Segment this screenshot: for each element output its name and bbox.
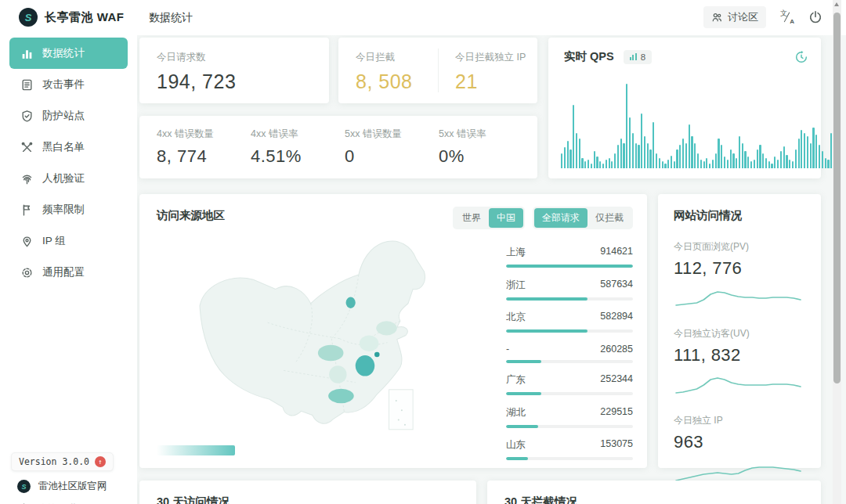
qps-bar — [780, 151, 782, 168]
mini-bar-chart-icon — [630, 53, 637, 60]
qps-bar — [721, 145, 722, 168]
qps-bar — [561, 153, 562, 168]
blocks-30d-title: 30 天拦截情况 — [504, 495, 821, 504]
qps-bar — [674, 161, 675, 168]
region-map-title: 访问来源地区 — [157, 208, 225, 223]
qps-title: 实时 QPS — [564, 49, 614, 64]
toggle-option[interactable]: 世界 — [454, 208, 489, 228]
site-visits-title: 网站访问情况 — [674, 208, 805, 223]
forum-button-label: 讨论区 — [728, 10, 758, 24]
sidebar-item-0[interactable]: 数据统计 — [9, 38, 128, 69]
site-metric: 今日独立 IP963 — [674, 414, 805, 484]
sidebar: 数据统计攻击事件防护站点黑白名单人机验证频率限制IP 组通用配置 Version… — [0, 35, 137, 504]
region-map-card: 访问来源地区 世界中国 全部请求仅拦截 — [139, 194, 647, 468]
qps-bar — [774, 157, 776, 168]
safeline-logo-icon: S — [19, 8, 38, 27]
china-map[interactable] — [155, 230, 492, 437]
block-ips-label: 今日拦截独立 IP — [455, 51, 537, 64]
sparkline-chart — [674, 455, 803, 484]
qps-bar — [594, 151, 595, 168]
qps-bar — [584, 161, 586, 168]
qps-bar — [768, 161, 770, 168]
region-bar — [506, 297, 633, 301]
errors-card: 4xx 错误数量8, 7744xx 错误率4.51%5xx 错误数量05xx 错… — [139, 116, 537, 178]
list-tools-icon — [20, 141, 34, 154]
qps-bar — [588, 160, 589, 168]
site-metrics: 今日页面浏览(PV)112, 776今日独立访客(UV)111, 832今日独立… — [674, 240, 805, 484]
region-name: 湖北 — [506, 406, 526, 419]
sidebar-item-5[interactable]: 频率限制 — [0, 194, 137, 225]
sidebar-menu: 数据统计攻击事件防护站点黑白名单人机验证频率限制IP 组通用配置 — [0, 38, 137, 288]
sidebar-item-7[interactable]: 通用配置 — [0, 257, 137, 288]
error-stat-value: 8, 774 — [157, 146, 251, 167]
refresh-icon[interactable] — [794, 50, 808, 64]
region-row: -260285 — [506, 344, 633, 363]
sidebar-item-2[interactable]: 防护站点 — [0, 100, 137, 131]
sidebar-footer-link-0[interactable]: S雷池社区版官网 — [0, 475, 137, 498]
region-name: 山东 — [506, 438, 526, 452]
sidebar-item-1[interactable]: 攻击事件 — [0, 69, 137, 100]
qps-bar — [662, 161, 663, 168]
requests-value: 194, 723 — [157, 70, 329, 93]
sidebar-item-label: 防护站点 — [42, 109, 85, 123]
qps-bar — [667, 160, 669, 168]
qps-bar — [783, 146, 785, 168]
sidebar-item-4[interactable]: 人机验证 — [0, 163, 137, 194]
qps-bar — [638, 145, 639, 168]
sidebar-item-label: IP 组 — [42, 234, 66, 248]
qps-bar — [812, 128, 814, 168]
qps-bar — [659, 158, 660, 168]
translate-icon[interactable]: 文A — [780, 10, 794, 24]
region-value: 582894 — [600, 311, 633, 324]
version-pill[interactable]: Version 3.0.0 ↑ — [11, 452, 114, 471]
qps-bar — [706, 158, 707, 168]
region-row: 山东153075 — [506, 438, 633, 460]
region-value: 153075 — [600, 438, 633, 452]
site-metric-label: 今日页面浏览(PV) — [674, 240, 805, 254]
site-metric-value: 963 — [674, 432, 805, 452]
flag-icon — [20, 203, 34, 217]
qps-bar — [682, 139, 684, 168]
sparkline-chart — [674, 369, 803, 397]
qps-bar — [742, 143, 743, 168]
toggle-option[interactable]: 中国 — [489, 208, 523, 228]
scroll-up-icon[interactable] — [834, 2, 839, 6]
qps-bar — [591, 164, 592, 168]
region-row: 广东252344 — [506, 373, 633, 395]
qps-bar — [810, 143, 812, 168]
qps-bar — [807, 136, 808, 168]
scrollbar-thumb[interactable] — [833, 13, 841, 383]
qps-bar — [709, 164, 710, 168]
site-metric-label: 今日独立 IP — [674, 414, 805, 427]
region-value: 252344 — [600, 373, 633, 387]
qps-bar — [754, 160, 755, 168]
sidebar-item-6[interactable]: IP 组 — [0, 225, 137, 257]
region-name: 北京 — [506, 311, 526, 324]
logout-icon[interactable] — [808, 10, 822, 24]
toggle-option[interactable]: 仅拦截 — [588, 208, 631, 228]
error-stat-value: 4.51% — [251, 146, 345, 167]
forum-button[interactable]: 讨论区 — [703, 6, 766, 28]
qps-bar — [632, 133, 634, 168]
region-row: 上海914621 — [506, 246, 633, 268]
choropleth-legend — [157, 445, 235, 455]
qps-bar — [671, 156, 672, 168]
scrollbar-track[interactable] — [833, 0, 841, 504]
qps-bar — [629, 117, 631, 168]
sidebar-item-3[interactable]: 黑白名单 — [0, 131, 137, 163]
error-stat: 5xx 错误率0% — [439, 128, 533, 178]
qps-bar — [822, 151, 823, 168]
region-name: 浙江 — [506, 279, 526, 292]
upgrade-badge-icon[interactable]: ↑ — [95, 456, 106, 467]
qps-bar — [732, 153, 734, 168]
qps-bar — [792, 161, 794, 168]
qps-bar — [644, 136, 645, 168]
qps-bar — [815, 135, 817, 168]
toggle-option[interactable]: 全部请求 — [534, 208, 588, 228]
gear-icon — [20, 266, 34, 279]
qps-badge: 8 — [624, 50, 652, 64]
qps-bar — [664, 164, 666, 168]
sidebar-footer-link-1[interactable]: 咨询企业版 — [0, 498, 137, 504]
region-value: 260285 — [600, 344, 633, 355]
qps-bar — [789, 160, 790, 168]
